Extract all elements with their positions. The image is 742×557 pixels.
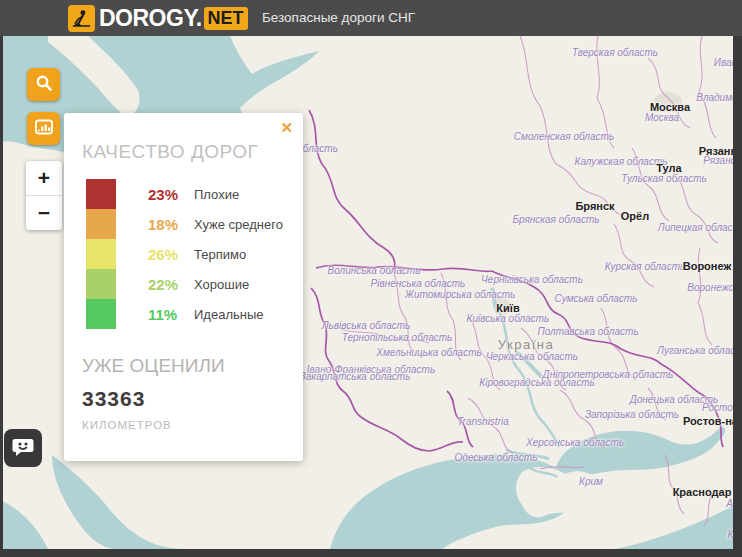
road-worker-icon bbox=[68, 5, 95, 32]
rated-value: 33363 bbox=[82, 387, 285, 411]
legend-label: Хуже среднего bbox=[194, 217, 283, 232]
legend-row: 11% Идеальные bbox=[86, 299, 285, 329]
legend-swatch bbox=[86, 269, 116, 299]
site-logo[interactable]: DOROGY. NET bbox=[68, 4, 248, 32]
map-zoom-control: + − bbox=[26, 161, 62, 230]
rated-title: УЖЕ ОЦЕНИЛИ bbox=[82, 355, 285, 377]
legend-percent: 18% bbox=[148, 216, 194, 233]
zoom-out-button[interactable]: − bbox=[26, 196, 62, 230]
page-edge-strip bbox=[0, 36, 3, 549]
legend-swatch bbox=[86, 179, 116, 209]
panel-title: КАЧЕСТВО ДОРОГ bbox=[82, 141, 285, 163]
legend-label: Плохие bbox=[194, 187, 239, 202]
zoom-in-button[interactable]: + bbox=[26, 161, 62, 195]
search-icon bbox=[34, 73, 54, 96]
legend-label: Хорошие bbox=[194, 277, 249, 292]
legend-percent: 22% bbox=[148, 276, 194, 293]
stats-button[interactable] bbox=[27, 112, 60, 145]
legend-row: 26% Терпимо bbox=[86, 239, 285, 269]
legend-label: Терпимо bbox=[194, 247, 246, 262]
road-quality-legend: 23% Плохие 18% Хуже среднего 26% Терпимо… bbox=[86, 179, 285, 329]
bar-chart-icon bbox=[33, 116, 55, 141]
legend-label: Идеальные bbox=[194, 307, 264, 322]
site-tagline: Безопасные дороги СНГ bbox=[262, 0, 415, 36]
legend-row: 18% Хуже среднего bbox=[86, 209, 285, 239]
close-icon[interactable]: ✕ bbox=[280, 119, 293, 137]
legend-row: 22% Хорошие bbox=[86, 269, 285, 299]
legend-swatch bbox=[86, 209, 116, 239]
chat-smiley-icon bbox=[10, 434, 36, 463]
legend-percent: 11% bbox=[148, 306, 194, 323]
road-quality-panel: ✕ КАЧЕСТВО ДОРОГ 23% Плохие 18% Хуже сре… bbox=[64, 113, 303, 461]
search-button[interactable] bbox=[27, 68, 60, 101]
logo-word: DOROGY. bbox=[99, 5, 202, 32]
national-borders bbox=[309, 110, 723, 451]
legend-row: 23% Плохие bbox=[86, 179, 285, 209]
chat-button[interactable] bbox=[4, 429, 42, 467]
header-bar: DOROGY. NET Безопасные дороги СНГ bbox=[0, 0, 742, 36]
legend-percent: 23% bbox=[148, 186, 194, 203]
rated-unit: КИЛОМЕТРОВ bbox=[82, 419, 285, 431]
rivers bbox=[492, 288, 559, 477]
legend-swatch bbox=[86, 239, 116, 269]
legend-percent: 26% bbox=[148, 246, 194, 263]
logo-tld: NET bbox=[204, 7, 248, 30]
legend-swatch bbox=[86, 299, 116, 329]
